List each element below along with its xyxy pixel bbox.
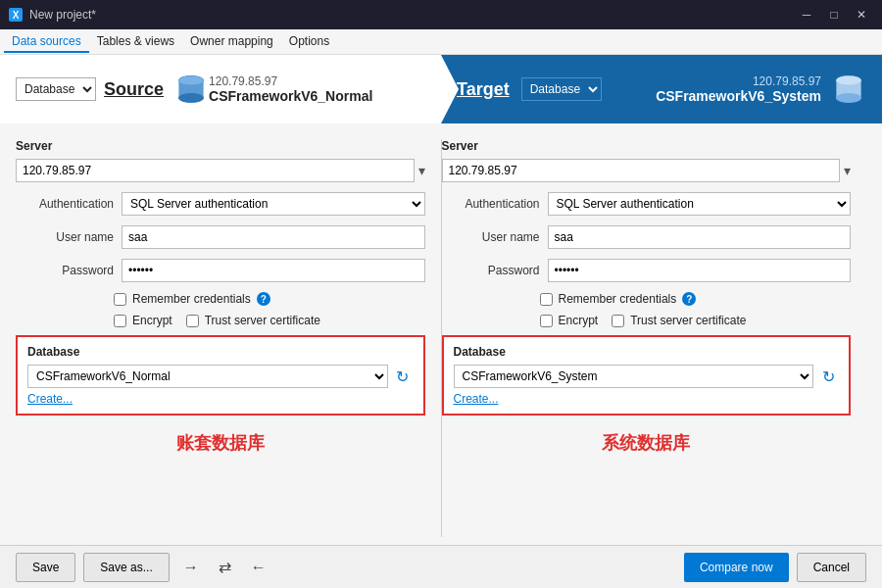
target-title: Target bbox=[457, 79, 510, 100]
source-remember-help-icon: ? bbox=[257, 292, 270, 306]
source-label-area: Database Source bbox=[16, 77, 164, 101]
close-button[interactable]: ✕ bbox=[849, 5, 874, 24]
target-encrypt-row: Encrypt Trust server certificate bbox=[540, 314, 852, 327]
target-db-select[interactable]: CSFrameworkV6_System bbox=[454, 365, 814, 388]
source-target-bar: Database Source 120.79.85.97 CSFramework… bbox=[0, 55, 882, 123]
window-controls: ─ □ ✕ bbox=[794, 5, 874, 24]
target-username-label: User name bbox=[442, 230, 540, 244]
source-db-input-row: CSFrameworkV6_Normal ↻ bbox=[27, 365, 414, 388]
target-auth-select[interactable]: SQL Server authentication bbox=[548, 192, 852, 216]
target-remember-row: Remember credentials ? bbox=[540, 292, 852, 306]
source-encrypt-checkbox[interactable] bbox=[114, 315, 126, 327]
source-remember-label: Remember credentials bbox=[132, 292, 251, 306]
target-trust-label: Trust server certificate bbox=[630, 314, 746, 327]
menu-tables-views[interactable]: Tables & views bbox=[89, 31, 182, 53]
source-password-input[interactable] bbox=[122, 259, 425, 282]
source-trust-label: Trust server certificate bbox=[205, 314, 320, 327]
source-db-refresh-button[interactable]: ↻ bbox=[392, 366, 414, 387]
menu-data-sources[interactable]: Data sources bbox=[4, 31, 89, 53]
svg-point-5 bbox=[178, 76, 203, 85]
target-chinese-label: 系统数据库 bbox=[442, 431, 852, 455]
target-type-dropdown[interactable]: Database bbox=[521, 77, 602, 101]
arrow-exchange-button[interactable]: ⇄ bbox=[213, 558, 237, 576]
source-type-dropdown[interactable]: Database bbox=[16, 77, 96, 101]
target-remember-label: Remember credentials bbox=[559, 292, 677, 306]
source-encrypt-row: Encrypt Trust server certificate bbox=[114, 314, 425, 327]
target-db-icon bbox=[831, 72, 866, 107]
source-encrypt-label: Encrypt bbox=[132, 314, 172, 327]
target-db-name: CSFrameworkV6_System bbox=[656, 88, 821, 104]
source-username-label: User name bbox=[16, 230, 114, 244]
source-title: Source bbox=[104, 79, 164, 100]
save-button[interactable]: Save bbox=[16, 553, 75, 582]
minimize-button[interactable]: ─ bbox=[794, 5, 819, 24]
target-encrypt-checkbox[interactable] bbox=[540, 315, 553, 327]
target-auth-label: Authentication bbox=[442, 197, 540, 211]
svg-point-9 bbox=[836, 76, 860, 85]
bottom-bar: Save Save as... → ⇄ ← Compare now Cancel bbox=[0, 545, 882, 588]
source-form-panel: Server ▾ Authentication SQL Server authe… bbox=[16, 139, 441, 537]
arrow-left-button[interactable]: ← bbox=[245, 559, 272, 576]
source-db-name: CSFrameworkV6_Normal bbox=[209, 88, 425, 104]
target-form-panel: Server ▾ Authentication SQL Server authe… bbox=[442, 139, 867, 537]
source-remember-checkbox[interactable] bbox=[114, 293, 126, 306]
source-server-dropdown-btn[interactable]: ▾ bbox=[418, 163, 425, 178]
menu-options[interactable]: Options bbox=[281, 31, 337, 53]
target-server-label: Server bbox=[442, 139, 852, 153]
target-db-box: Database CSFrameworkV6_System ↻ Create..… bbox=[442, 335, 852, 416]
target-panel-header: Target Database 120.79.85.97 CSFramework… bbox=[441, 55, 882, 123]
source-auth-select[interactable]: SQL Server authentication bbox=[122, 192, 425, 216]
source-trust-checkbox[interactable] bbox=[186, 315, 199, 327]
window-title: New project* bbox=[29, 8, 794, 22]
source-server-group: Server ▾ bbox=[16, 139, 425, 182]
source-db-icon bbox=[173, 72, 209, 107]
app-icon: X bbox=[8, 7, 24, 23]
compare-now-button[interactable]: Compare now bbox=[684, 553, 789, 582]
target-username-input[interactable] bbox=[548, 225, 852, 249]
target-username-group: User name bbox=[442, 225, 852, 249]
target-auth-group: Authentication SQL Server authentication bbox=[442, 192, 852, 216]
cancel-button[interactable]: Cancel bbox=[797, 553, 866, 582]
target-password-label: Password bbox=[442, 264, 540, 277]
target-db-section-title: Database bbox=[454, 345, 840, 359]
menu-owner-mapping[interactable]: Owner mapping bbox=[182, 31, 281, 53]
source-server-input[interactable] bbox=[16, 159, 415, 182]
target-server-dropdown-btn[interactable]: ▾ bbox=[844, 163, 851, 178]
source-username-input[interactable] bbox=[122, 225, 425, 249]
svg-point-4 bbox=[178, 94, 203, 103]
target-trust-checkbox[interactable] bbox=[612, 315, 624, 327]
source-db-section: Database CSFrameworkV6_Normal ↻ Create..… bbox=[16, 335, 425, 416]
source-username-group: User name bbox=[16, 225, 425, 249]
source-server-label: Server bbox=[16, 139, 425, 153]
target-ip: 120.79.85.97 bbox=[656, 74, 821, 88]
target-server-input[interactable] bbox=[442, 159, 841, 182]
source-chinese-label: 账套数据库 bbox=[16, 431, 425, 455]
target-password-input[interactable] bbox=[548, 259, 852, 282]
svg-text:X: X bbox=[13, 10, 20, 21]
target-password-group: Password bbox=[442, 259, 852, 282]
source-db-section-title: Database bbox=[27, 345, 414, 359]
title-bar: X New project* ─ □ ✕ bbox=[0, 0, 882, 29]
source-auth-label: Authentication bbox=[16, 197, 114, 211]
target-remember-checkbox[interactable] bbox=[540, 293, 553, 306]
target-remember-help-icon: ? bbox=[682, 292, 696, 306]
source-db-box: Database CSFrameworkV6_Normal ↻ Create..… bbox=[16, 335, 425, 416]
source-ip: 120.79.85.97 bbox=[209, 74, 425, 88]
main-content: Server ▾ Authentication SQL Server authe… bbox=[0, 123, 882, 545]
svg-point-8 bbox=[836, 94, 860, 103]
source-remember-row: Remember credentials ? bbox=[114, 292, 425, 306]
save-as-button[interactable]: Save as... bbox=[83, 553, 169, 582]
source-panel-header: Database Source 120.79.85.97 CSFramework… bbox=[0, 55, 441, 123]
maximize-button[interactable]: □ bbox=[821, 5, 847, 24]
source-password-group: Password bbox=[16, 259, 425, 282]
target-db-refresh-button[interactable]: ↻ bbox=[817, 366, 839, 387]
target-info: 120.79.85.97 CSFrameworkV6_System bbox=[656, 74, 821, 104]
target-create-link[interactable]: Create... bbox=[454, 392, 499, 406]
source-db-select[interactable]: CSFrameworkV6_Normal bbox=[27, 365, 388, 388]
menu-bar: Data sources Tables & views Owner mappin… bbox=[0, 29, 882, 55]
source-info: 120.79.85.97 CSFrameworkV6_Normal bbox=[209, 74, 425, 104]
arrow-right-button[interactable]: → bbox=[177, 559, 205, 576]
source-create-link[interactable]: Create... bbox=[27, 392, 73, 406]
source-auth-group: Authentication SQL Server authentication bbox=[16, 192, 425, 216]
source-password-label: Password bbox=[16, 264, 114, 277]
